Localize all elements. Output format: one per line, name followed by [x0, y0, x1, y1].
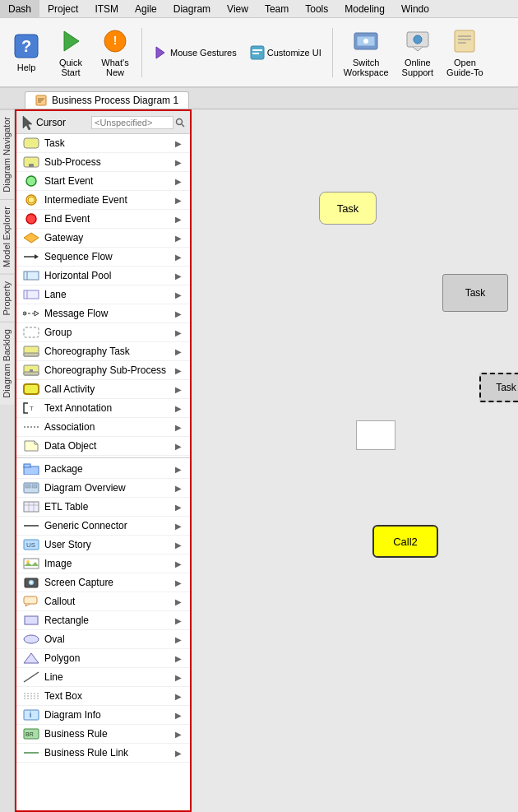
text-box-scroll-arrow: ▶ — [173, 692, 183, 701]
whats-new-icon: ! — [101, 27, 129, 55]
shape-item-package[interactable]: Package ▶ — [16, 460, 190, 479]
quick-start-button[interactable]: Quick Start — [49, 23, 92, 82]
help-button[interactable]: ? Help — [5, 23, 48, 82]
shape-item-rectangle[interactable]: Rectangle ▶ — [16, 611, 190, 630]
mouse-gestures-button[interactable]: Mouse Gestures — [147, 38, 243, 67]
sequence-flow-icon — [23, 250, 39, 263]
shape-item-line[interactable]: Line ▶ — [16, 668, 190, 687]
shape-item-image[interactable]: Image ▶ — [16, 554, 190, 573]
menu-itsm[interactable]: ITSM — [86, 0, 127, 17]
side-tab-navigator[interactable]: Diagram Navigator — [0, 109, 14, 199]
canvas-task3[interactable]: Task — [479, 373, 518, 402]
menu-view[interactable]: View — [219, 0, 257, 17]
shape-item-business-rule-link[interactable]: Business Rule Link ▶ — [16, 744, 190, 763]
menu-diagram[interactable]: Diagram — [165, 0, 219, 17]
shape-item-sequence-flow[interactable]: Sequence Flow ▶ — [16, 248, 190, 267]
choreography-task-scroll-arrow: ▶ — [173, 347, 183, 356]
side-tab-diagram-backlog[interactable]: Diagram Backlog — [0, 322, 14, 405]
canvas-empty-rect[interactable] — [356, 420, 395, 450]
search-icon[interactable] — [175, 118, 185, 128]
shape-item-polygon[interactable]: Polygon ▶ — [16, 649, 190, 668]
image-icon — [23, 557, 39, 570]
svg-rect-50 — [24, 502, 39, 512]
shape-item-association[interactable]: Association ▶ — [16, 418, 190, 437]
generic-connector-scroll-arrow: ▶ — [173, 522, 183, 531]
lane-scroll-arrow: ▶ — [173, 290, 183, 299]
toolbar-group-workspace: Switch Workspace Online Support — [338, 23, 489, 82]
shape-item-choreography-subprocess[interactable]: Choreography Sub-Process ▶ — [16, 361, 190, 380]
shape-item-screen-capture[interactable]: Screen Capture ▶ — [16, 573, 190, 592]
shape-item-intermediate-event[interactable]: Intermediate Event ▶ — [16, 191, 190, 210]
shape-item-text-annotation[interactable]: T Text Annotation ▶ — [16, 399, 190, 418]
svg-point-61 — [30, 582, 33, 584]
shape-item-generic-connector[interactable]: Generic Connector ▶ — [16, 517, 190, 536]
shape-item-end-event[interactable]: End Event ▶ — [16, 210, 190, 229]
side-tab-property[interactable]: Property — [0, 274, 14, 322]
shape-item-oval[interactable]: Oval ▶ — [16, 630, 190, 649]
polygon-scroll-arrow: ▶ — [173, 654, 183, 663]
horizontal-pool-scroll-arrow: ▶ — [173, 271, 183, 281]
shape-item-horizontal-pool[interactable]: Horizontal Pool ▶ — [16, 267, 190, 285]
svg-point-10 — [363, 39, 368, 44]
canvas-call2[interactable]: Call2 — [372, 525, 438, 558]
canvas-area[interactable]: Task Task Task Call2 — [192, 109, 518, 812]
shape-panel: Cursor Task ▶ — [15, 109, 192, 812]
tab-bar: Business Process Diagram 1 — [0, 88, 518, 109]
svg-point-12 — [414, 35, 422, 44]
shape-item-etl-table[interactable]: ETL Table ▶ — [16, 498, 190, 517]
shape-item-start-event[interactable]: Start Event ▶ — [16, 172, 190, 191]
shape-item-callout[interactable]: Callout ▶ — [16, 592, 190, 611]
menu-agile[interactable]: Agile — [127, 0, 165, 17]
shape-item-subprocess[interactable]: Sub-Process ▶ — [16, 153, 190, 172]
menu-dash[interactable]: Dash — [0, 0, 39, 17]
mouse-gestures-icon — [153, 45, 168, 60]
unspecified-input[interactable] — [91, 116, 173, 129]
svg-marker-34 — [35, 311, 39, 316]
call-activity-scroll-arrow: ▶ — [173, 385, 183, 394]
menu-team[interactable]: Team — [257, 0, 297, 17]
switch-workspace-icon — [352, 27, 380, 55]
task-scroll-arrow: ▶ — [173, 139, 183, 148]
svg-rect-30 — [24, 290, 39, 299]
cursor-icon — [21, 115, 33, 130]
menu-window[interactable]: Windo — [393, 0, 437, 17]
shape-item-choreography-task[interactable]: Choreography Task ▶ — [16, 342, 190, 361]
horizontal-pool-icon — [23, 269, 39, 282]
canvas-task2[interactable]: Task — [442, 274, 508, 312]
menu-modeling[interactable]: Modeling — [336, 0, 393, 17]
shape-item-diagram-info[interactable]: i Diagram Info ▶ — [16, 706, 190, 725]
svg-rect-39 — [24, 372, 39, 375]
canvas-task1[interactable]: Task — [319, 192, 377, 225]
shape-item-user-story[interactable]: US User Story ▶ — [16, 536, 190, 554]
menu-project[interactable]: Project — [39, 0, 86, 17]
shape-item-business-rule[interactable]: BR Business Rule ▶ — [16, 725, 190, 744]
shape-item-gateway[interactable]: Gateway ▶ — [16, 229, 190, 248]
tab-diagram1[interactable]: Business Process Diagram 1 — [25, 91, 189, 109]
shape-item-message-flow[interactable]: Message Flow ▶ — [16, 304, 190, 323]
switch-workspace-button[interactable]: Switch Workspace — [338, 23, 395, 82]
toolbar: ? Help Quick Start ! What's New — [0, 18, 518, 88]
svg-line-66 — [24, 672, 39, 682]
svg-text:!: ! — [113, 34, 118, 47]
message-flow-scroll-arrow: ▶ — [173, 309, 183, 318]
whats-new-button[interactable]: ! What's New — [94, 23, 136, 82]
end-event-scroll-arrow: ▶ — [173, 215, 183, 224]
menu-tools[interactable]: Tools — [297, 0, 336, 17]
shape-item-lane[interactable]: Lane ▶ — [16, 285, 190, 304]
business-rule-link-icon — [23, 746, 39, 759]
open-guide-button[interactable]: Open Guide-To — [441, 23, 489, 82]
user-story-scroll-arrow: ▶ — [173, 541, 183, 550]
online-support-button[interactable]: Online Support — [396, 23, 440, 82]
choreography-task-icon — [23, 345, 39, 358]
shape-item-text-box[interactable]: Text Box ▶ — [16, 687, 190, 706]
shape-item-data-object[interactable]: Data Object ▶ — [16, 437, 190, 456]
shape-item-call-activity[interactable]: Call Activity ▶ — [16, 380, 190, 399]
customize-ui-button[interactable]: Customize UI — [244, 38, 327, 67]
shape-item-diagram-overview[interactable]: Diagram Overview ▶ — [16, 479, 190, 498]
group-icon — [23, 326, 39, 339]
side-tab-model-explorer[interactable]: Model Explorer — [0, 199, 14, 274]
task-icon — [23, 137, 39, 150]
shape-item-group[interactable]: Group ▶ — [16, 323, 190, 342]
sequence-flow-scroll-arrow: ▶ — [173, 253, 183, 262]
shape-item-task[interactable]: Task ▶ — [16, 134, 190, 153]
